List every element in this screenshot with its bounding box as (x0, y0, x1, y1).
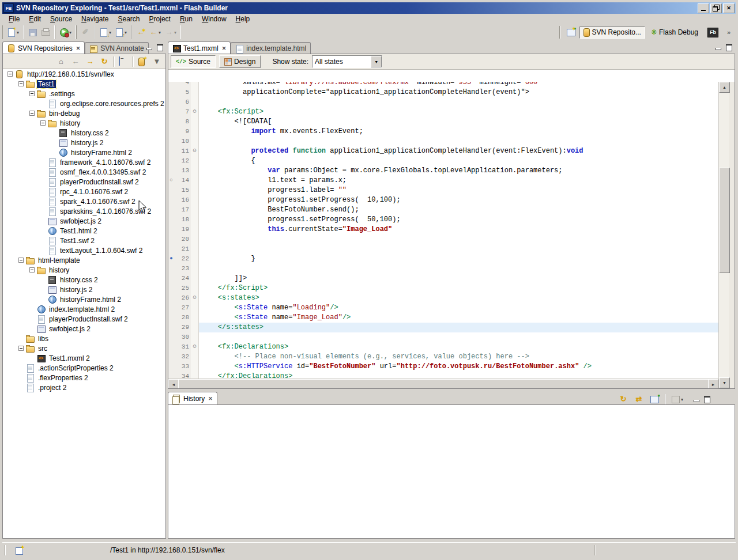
horizontal-scroll-thumb[interactable] (178, 379, 709, 388)
svn-view-tab-svn-repositories[interactable]: SVN Repositories✕ (2, 41, 85, 54)
tree-expander[interactable] (29, 267, 35, 273)
perspective-fb[interactable]: Fb (704, 27, 722, 39)
editor-tab-test1-mxml[interactable]: Test1.mxml✕ (168, 41, 231, 54)
scroll-down-icon[interactable]: ▼ (719, 377, 730, 388)
dropdown-arrow-icon[interactable]: ▾ (681, 397, 683, 402)
perspective-flash-debug[interactable]: ❋Flash Debug (647, 27, 702, 37)
tree-item[interactable]: .project 2 (3, 383, 165, 392)
dropdown-arrow-icon[interactable]: ▾ (159, 30, 161, 35)
menu-item-project[interactable]: Project (145, 14, 175, 24)
show-state-dropdown[interactable]: All states ▼ (312, 55, 382, 68)
collapse-all-button[interactable] (118, 55, 129, 68)
tree-item[interactable]: historyFrame.html 2 (3, 294, 165, 304)
menu-item-window[interactable]: Window (198, 14, 231, 24)
forward-button[interactable]: →▾ (163, 26, 178, 39)
menu-item-search[interactable]: Search (114, 14, 144, 24)
perspective-svn-reposito[interactable]: SVN Reposito... (579, 27, 645, 39)
tab-close-icon[interactable]: ✕ (76, 46, 81, 51)
last-edit-location-button[interactable]: ←✶ (135, 26, 146, 39)
design-button[interactable]: Design (219, 55, 261, 68)
tree-item[interactable]: .flexProperties 2 (3, 373, 165, 383)
scroll-up-icon[interactable]: ▲ (719, 82, 730, 93)
tree-expander[interactable] (7, 71, 13, 77)
tree-item[interactable]: playerProductInstall.swf 2 (3, 177, 165, 187)
menu-item-run[interactable]: Run (176, 14, 197, 24)
tab-close-icon[interactable]: ✕ (208, 396, 213, 402)
maximize-view-button[interactable] (702, 395, 712, 403)
refresh-button[interactable]: ↻ (617, 393, 629, 406)
dropdown-arrow-icon[interactable]: ▼ (371, 56, 382, 67)
dropdown-arrow-icon[interactable]: ▾ (17, 30, 19, 35)
tree-item[interactable]: textLayout_1.1.0.604.swf 2 (3, 245, 165, 255)
tree-item[interactable]: framework_4.1.0.16076.swf 2 (3, 157, 165, 167)
minimize-view-button[interactable] (144, 43, 154, 51)
maximize-view-button[interactable] (155, 43, 165, 51)
tree-item[interactable]: history.css 2 (3, 275, 165, 285)
group-by-button[interactable]: ▾ (670, 393, 684, 406)
history-view-tab-history[interactable]: History✕ (168, 392, 217, 404)
minimize-view-button[interactable] (691, 395, 701, 403)
tree-item[interactable]: index.template.html 2 (3, 304, 165, 314)
tree-item[interactable]: Test1.html 2 (3, 226, 165, 236)
tab-close-icon[interactable]: ✕ (222, 46, 227, 51)
tree-item[interactable]: Test1.swf 2 (3, 236, 165, 245)
previous-annotation-button[interactable]: ↑▾ (114, 26, 128, 39)
fold-marker-icon[interactable]: ⊖ (191, 293, 199, 303)
tree-item[interactable]: history (3, 265, 165, 275)
tree-item[interactable]: Test1.mxml 2 (3, 353, 165, 363)
tree-item[interactable]: playerProductInstall.swf 2 (3, 314, 165, 324)
source-button[interactable]: </> Source (171, 55, 216, 68)
new-wizard-button[interactable]: ✶▾ (6, 26, 20, 39)
tree-item[interactable]: history.js 2 (3, 285, 165, 294)
menu-item-edit[interactable]: Edit (25, 14, 45, 24)
dropdown-arrow-icon[interactable]: ▾ (174, 30, 176, 35)
maximize-view-button[interactable] (724, 43, 734, 51)
vertical-scroll-thumb[interactable] (719, 168, 730, 273)
tree-item[interactable]: bin-debug (3, 108, 165, 118)
tree-item[interactable]: src (3, 343, 165, 353)
tree-item[interactable]: osmf_flex.4.0.0.13495.swf 2 (3, 167, 165, 177)
tree-expander[interactable] (18, 81, 24, 86)
tree-expander[interactable] (29, 91, 35, 96)
tree-item[interactable]: rpc_4.1.0.16076.swf 2 (3, 187, 165, 196)
tree-item[interactable]: Test1 (3, 79, 165, 89)
forward-button[interactable]: → (84, 55, 96, 68)
tree-item[interactable]: .actionScriptProperties 2 (3, 363, 165, 373)
menu-item-help[interactable]: Help (232, 14, 254, 24)
save-button[interactable] (27, 26, 39, 39)
tree-item[interactable]: swfobject.js 2 (3, 216, 165, 226)
back-button[interactable]: ←▾ (148, 26, 162, 39)
fold-marker-icon[interactable]: ⊖ (191, 342, 199, 352)
back-button[interactable]: ← (70, 55, 81, 68)
tree-item[interactable]: history.css 2 (3, 128, 165, 138)
dropdown-arrow-icon[interactable]: ▾ (69, 30, 71, 35)
new-repository-location-button[interactable]: ✶ (137, 55, 148, 68)
fast-view-icon[interactable]: ✦ (16, 546, 25, 554)
close-button[interactable]: ✕ (723, 3, 735, 13)
tree-item[interactable]: swfobject.js 2 (3, 324, 165, 334)
tree-expander[interactable] (40, 120, 46, 126)
link-with-editor-button[interactable]: ⇄ (633, 393, 645, 406)
editor-horizontal-scrollbar[interactable]: ◄ ► (168, 379, 718, 388)
fold-marker-icon[interactable]: ⊖ (191, 146, 199, 156)
menu-item-navigate[interactable]: Navigate (77, 14, 112, 24)
tree-item[interactable]: historyFrame.html 2 (3, 147, 165, 157)
tree-item[interactable]: org.eclipse.core.resources.prefs 2 (3, 99, 165, 108)
tree-item[interactable]: history.js 2 (3, 138, 165, 147)
menu-item-source[interactable]: Source (46, 14, 76, 24)
view-menu-button[interactable]: ▼ (151, 55, 163, 68)
scroll-left-icon[interactable]: ◄ (168, 379, 179, 388)
open-perspective-button[interactable]: ✶ (565, 26, 577, 39)
tree-expander[interactable] (29, 111, 35, 116)
tree-item[interactable]: html-template (3, 255, 165, 265)
home-button[interactable]: ⌂ (55, 55, 67, 68)
editor-tab-index-template-html[interactable]: index.template.html (231, 42, 311, 54)
tree-expander[interactable] (18, 346, 24, 351)
minimize-button[interactable] (698, 3, 709, 13)
tree-item[interactable]: http://192.168.0.151/svn/flex (3, 69, 165, 79)
scroll-right-icon[interactable]: ► (708, 379, 718, 388)
minimize-view-button[interactable] (713, 43, 723, 51)
refresh-button[interactable]: ↻ (99, 55, 110, 68)
code-editor[interactable]: 4 xmlns:mx="library://ns.adobe.com/flex/… (168, 82, 718, 379)
print-button[interactable] (40, 26, 51, 39)
